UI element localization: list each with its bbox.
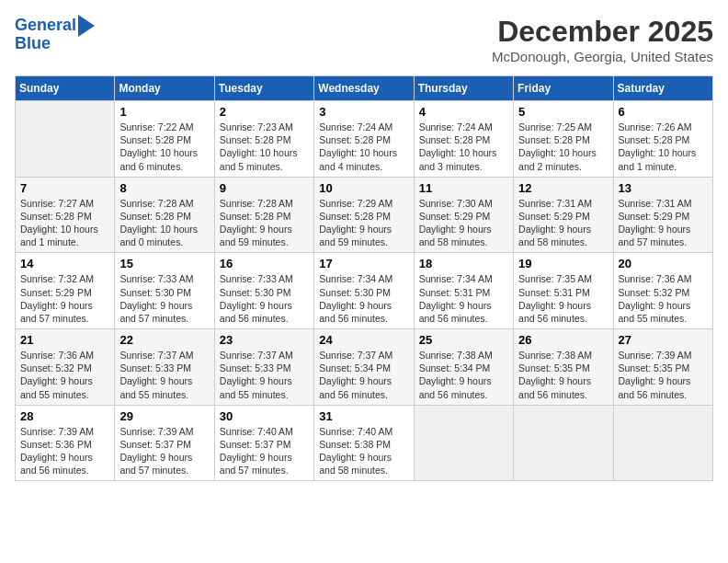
calendar-cell: 13Sunrise: 7:31 AM Sunset: 5:29 PM Dayli… [613, 177, 712, 253]
day-number: 19 [518, 257, 608, 270]
day-number: 12 [518, 181, 608, 195]
day-number: 11 [419, 181, 508, 195]
calendar-cell: 26Sunrise: 7:38 AM Sunset: 5:35 PM Dayli… [514, 329, 613, 406]
day-info: Sunrise: 7:35 AM Sunset: 5:31 PM Dayligh… [518, 272, 608, 325]
calendar-week-row: 28Sunrise: 7:39 AM Sunset: 5:36 PM Dayli… [16, 405, 713, 481]
calendar-cell: 11Sunrise: 7:30 AM Sunset: 5:29 PM Dayli… [414, 177, 513, 253]
calendar-cell: 19Sunrise: 7:35 AM Sunset: 5:31 PM Dayli… [514, 253, 613, 329]
day-number: 7 [20, 181, 109, 195]
day-number: 10 [319, 181, 408, 195]
calendar-cell: 3Sunrise: 7:24 AM Sunset: 5:28 PM Daylig… [314, 101, 414, 178]
calendar-cell: 31Sunrise: 7:40 AM Sunset: 5:38 PM Dayli… [314, 405, 414, 481]
column-header-thursday: Thursday [414, 76, 513, 101]
calendar-cell: 8Sunrise: 7:28 AM Sunset: 5:28 PM Daylig… [115, 177, 214, 253]
day-number: 14 [20, 257, 109, 270]
day-info: Sunrise: 7:40 AM Sunset: 5:38 PM Dayligh… [319, 425, 408, 477]
column-header-friday: Friday [514, 76, 613, 101]
calendar-cell: 15Sunrise: 7:33 AM Sunset: 5:30 PM Dayli… [115, 253, 214, 329]
calendar-cell: 12Sunrise: 7:31 AM Sunset: 5:29 PM Dayli… [514, 177, 613, 253]
day-info: Sunrise: 7:38 AM Sunset: 5:34 PM Dayligh… [419, 349, 508, 401]
day-info: Sunrise: 7:34 AM Sunset: 5:31 PM Dayligh… [419, 272, 508, 325]
day-info: Sunrise: 7:22 AM Sunset: 5:28 PM Dayligh… [119, 121, 209, 173]
calendar-week-row: 14Sunrise: 7:32 AM Sunset: 5:29 PM Dayli… [16, 253, 713, 329]
calendar-table: SundayMondayTuesdayWednesdayThursdayFrid… [15, 75, 713, 481]
column-header-wednesday: Wednesday [314, 76, 414, 101]
day-number: 18 [419, 257, 508, 270]
day-number: 22 [119, 333, 209, 347]
day-number: 9 [220, 181, 309, 195]
calendar-week-row: 7Sunrise: 7:27 AM Sunset: 5:28 PM Daylig… [16, 177, 713, 253]
calendar-cell: 27Sunrise: 7:39 AM Sunset: 5:35 PM Dayli… [613, 329, 712, 406]
calendar-cell [613, 405, 712, 481]
day-info: Sunrise: 7:37 AM Sunset: 5:33 PM Dayligh… [119, 349, 209, 401]
calendar-cell: 14Sunrise: 7:32 AM Sunset: 5:29 PM Dayli… [16, 253, 115, 329]
day-info: Sunrise: 7:37 AM Sunset: 5:33 PM Dayligh… [220, 349, 309, 401]
day-info: Sunrise: 7:39 AM Sunset: 5:37 PM Dayligh… [119, 425, 209, 477]
day-info: Sunrise: 7:29 AM Sunset: 5:28 PM Dayligh… [319, 197, 408, 249]
calendar-cell: 7Sunrise: 7:27 AM Sunset: 5:28 PM Daylig… [16, 177, 115, 253]
day-info: Sunrise: 7:28 AM Sunset: 5:28 PM Dayligh… [119, 197, 209, 249]
day-number: 25 [419, 333, 508, 347]
title-section: December 2025 McDonough, Georgia, United… [492, 15, 713, 64]
day-number: 27 [619, 333, 708, 347]
page-header: General Blue December 2025 McDonough, Ge… [15, 15, 713, 64]
day-info: Sunrise: 7:31 AM Sunset: 5:29 PM Dayligh… [619, 197, 708, 249]
day-number: 26 [518, 333, 608, 347]
day-info: Sunrise: 7:33 AM Sunset: 5:30 PM Dayligh… [220, 272, 309, 325]
day-info: Sunrise: 7:33 AM Sunset: 5:30 PM Dayligh… [119, 272, 209, 325]
day-number: 31 [319, 409, 408, 423]
logo: General Blue [15, 15, 95, 53]
column-header-monday: Monday [115, 76, 214, 101]
day-info: Sunrise: 7:37 AM Sunset: 5:34 PM Dayligh… [319, 349, 408, 401]
calendar-cell: 23Sunrise: 7:37 AM Sunset: 5:33 PM Dayli… [214, 329, 313, 406]
day-number: 23 [220, 333, 309, 347]
calendar-cell: 17Sunrise: 7:34 AM Sunset: 5:30 PM Dayli… [314, 253, 414, 329]
day-number: 24 [319, 333, 408, 347]
month-title: December 2025 [492, 15, 713, 49]
calendar-cell: 4Sunrise: 7:24 AM Sunset: 5:28 PM Daylig… [414, 101, 513, 178]
calendar-cell [16, 101, 115, 178]
day-number: 30 [220, 409, 309, 423]
day-number: 16 [220, 257, 309, 270]
logo-arrow-icon [78, 15, 95, 37]
day-info: Sunrise: 7:39 AM Sunset: 5:36 PM Dayligh… [20, 425, 109, 477]
day-number: 15 [119, 257, 209, 270]
column-header-saturday: Saturday [613, 76, 712, 101]
day-info: Sunrise: 7:24 AM Sunset: 5:28 PM Dayligh… [319, 121, 408, 173]
day-info: Sunrise: 7:32 AM Sunset: 5:29 PM Dayligh… [20, 272, 109, 325]
calendar-week-row: 21Sunrise: 7:36 AM Sunset: 5:32 PM Dayli… [16, 329, 713, 406]
calendar-cell: 21Sunrise: 7:36 AM Sunset: 5:32 PM Dayli… [16, 329, 115, 406]
day-number: 6 [619, 105, 708, 119]
day-info: Sunrise: 7:25 AM Sunset: 5:28 PM Dayligh… [518, 121, 608, 173]
day-number: 13 [619, 181, 708, 195]
day-number: 3 [319, 105, 408, 119]
day-number: 17 [319, 257, 408, 270]
calendar-cell: 5Sunrise: 7:25 AM Sunset: 5:28 PM Daylig… [514, 101, 613, 178]
calendar-cell: 10Sunrise: 7:29 AM Sunset: 5:28 PM Dayli… [314, 177, 414, 253]
day-info: Sunrise: 7:30 AM Sunset: 5:29 PM Dayligh… [419, 197, 508, 249]
day-info: Sunrise: 7:36 AM Sunset: 5:32 PM Dayligh… [20, 349, 109, 401]
calendar-cell: 22Sunrise: 7:37 AM Sunset: 5:33 PM Dayli… [115, 329, 214, 406]
location-text: McDonough, Georgia, United States [492, 49, 713, 64]
day-number: 2 [220, 105, 309, 119]
calendar-cell: 6Sunrise: 7:26 AM Sunset: 5:28 PM Daylig… [613, 101, 712, 178]
day-info: Sunrise: 7:40 AM Sunset: 5:37 PM Dayligh… [220, 425, 309, 477]
day-number: 4 [419, 105, 508, 119]
calendar-cell: 2Sunrise: 7:23 AM Sunset: 5:28 PM Daylig… [214, 101, 313, 178]
calendar-week-row: 1Sunrise: 7:22 AM Sunset: 5:28 PM Daylig… [16, 101, 713, 178]
day-info: Sunrise: 7:38 AM Sunset: 5:35 PM Dayligh… [518, 349, 608, 401]
day-info: Sunrise: 7:23 AM Sunset: 5:28 PM Dayligh… [220, 121, 309, 173]
day-info: Sunrise: 7:28 AM Sunset: 5:28 PM Dayligh… [220, 197, 309, 249]
calendar-cell: 20Sunrise: 7:36 AM Sunset: 5:32 PM Dayli… [613, 253, 712, 329]
day-info: Sunrise: 7:34 AM Sunset: 5:30 PM Dayligh… [319, 272, 408, 325]
day-number: 1 [119, 105, 209, 119]
calendar-cell [514, 405, 613, 481]
calendar-cell: 1Sunrise: 7:22 AM Sunset: 5:28 PM Daylig… [115, 101, 214, 178]
day-number: 21 [20, 333, 109, 347]
calendar-cell: 29Sunrise: 7:39 AM Sunset: 5:37 PM Dayli… [115, 405, 214, 481]
day-number: 29 [119, 409, 209, 423]
calendar-cell: 25Sunrise: 7:38 AM Sunset: 5:34 PM Dayli… [414, 329, 513, 406]
day-info: Sunrise: 7:26 AM Sunset: 5:28 PM Dayligh… [619, 121, 708, 173]
logo-blue-text: Blue [15, 35, 51, 53]
day-number: 5 [518, 105, 608, 119]
